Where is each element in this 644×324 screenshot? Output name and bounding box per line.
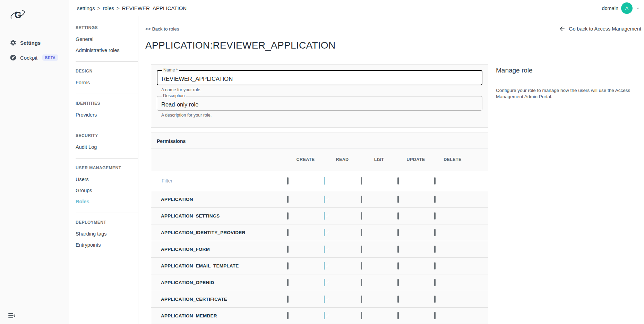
checkbox-application-member-create[interactable] (287, 312, 289, 319)
checkbox-application-email-template-delete[interactable] (434, 262, 436, 270)
checkbox-application-email-template-list[interactable] (361, 262, 362, 270)
go-back-access-management-link[interactable]: Go back to Access Management (559, 25, 641, 32)
sidebar-item-administrative-roles[interactable]: Administrative roles (69, 45, 138, 56)
table-row-application-certificate: APPLICATION_CERTIFICATE (151, 291, 488, 307)
section-title-user-management: USER MANAGEMENT (69, 164, 138, 174)
compass-icon (10, 54, 17, 61)
checkbox-application-email-template-read[interactable] (324, 262, 325, 270)
table-row-application-member: APPLICATION_MEMBER (151, 307, 488, 324)
checkbox-application-identity-provider-update[interactable] (397, 229, 399, 236)
checkbox-application-identity-provider-read[interactable] (324, 229, 325, 236)
checkbox-application-identity-provider-delete[interactable] (434, 229, 436, 236)
checkbox-application-settings-update[interactable] (397, 212, 399, 220)
sidebar-item-cockpit[interactable]: Cockpit BETA (0, 51, 69, 64)
checkbox-application-update[interactable] (397, 196, 399, 203)
checkbox-application-openid-update[interactable] (397, 279, 399, 286)
checkbox-filter-delete[interactable] (434, 177, 436, 185)
section-divider (76, 94, 138, 94)
avatar[interactable]: A (621, 2, 633, 14)
checkbox-application-form-update[interactable] (397, 246, 399, 253)
checkbox-application-delete[interactable] (434, 196, 436, 203)
checkbox-application-identity-provider-list[interactable] (361, 229, 362, 236)
checkbox-application-settings-list[interactable] (361, 212, 362, 220)
sidebar-item-general[interactable]: General (69, 34, 138, 45)
column-header-list: LIST (361, 157, 397, 162)
checkbox-application-settings-read[interactable] (324, 212, 325, 220)
sidebar-item-entrypoints[interactable]: Entrypoints (69, 239, 138, 250)
topbar-right: domain A (602, 2, 641, 14)
checkbox-application-read[interactable] (324, 196, 325, 203)
panel-divider (496, 79, 641, 79)
filter-input[interactable] (161, 177, 286, 185)
breadcrumb-current: REVIEWER_APPLICATION (122, 5, 187, 11)
checkbox-application-member-list[interactable] (361, 312, 362, 319)
checkbox-filter-update[interactable] (397, 177, 399, 185)
body-row: SETTINGSGeneralAdministrative rolesDESIG… (69, 16, 644, 324)
checkbox-application-openid-list[interactable] (361, 279, 362, 286)
row-label-application-identity-provider: APPLICATION_IDENTITY_PROVIDER (151, 230, 287, 235)
checkbox-application-openid-delete[interactable] (434, 279, 436, 286)
table-row-application-form: APPLICATION_FORM (151, 241, 488, 257)
checkbox-filter-list[interactable] (361, 177, 362, 185)
checkbox-application-settings-delete[interactable] (434, 212, 436, 220)
page-title: APPLICATION:REVIEWER_APPLICATION (145, 40, 644, 51)
row-label-application-form: APPLICATION_FORM (151, 247, 287, 252)
secondary-sidebar: SETTINGSGeneralAdministrative rolesDESIG… (69, 16, 138, 324)
checkbox-application-openid-create[interactable] (287, 279, 289, 286)
section-divider (76, 213, 138, 213)
sidebar-item-sharding-tags[interactable]: Sharding tags (69, 228, 138, 239)
checkbox-application-certificate-list[interactable] (361, 296, 362, 303)
checkbox-application-email-template-create[interactable] (287, 262, 289, 270)
breadcrumb-roles[interactable]: roles (103, 5, 114, 11)
table-row-application-email-template: APPLICATION_EMAIL_TEMPLATE (151, 257, 488, 274)
topbar: settings > roles > REVIEWER_APPLICATION … (69, 0, 644, 16)
table-row-application: APPLICATION (151, 191, 488, 207)
table-row-application-settings: APPLICATION_SETTINGS (151, 207, 488, 224)
checkbox-application-settings-create[interactable] (287, 212, 289, 220)
checkbox-application-member-delete[interactable] (434, 312, 436, 319)
checkbox-filter-read[interactable] (324, 177, 325, 185)
content-header: << Back to roles Go back to Access Manag… (145, 16, 644, 32)
checkbox-application-email-template-update[interactable] (397, 262, 399, 270)
sidebar-item-audit-log[interactable]: Audit Log (69, 142, 138, 153)
chevron-down-icon[interactable] (635, 6, 641, 11)
breadcrumb-separator: > (97, 5, 101, 11)
primary-nav: Settings Cockpit BETA (0, 36, 69, 64)
checkbox-filter-create[interactable] (287, 177, 289, 185)
checkbox-application-certificate-update[interactable] (397, 296, 399, 303)
checkbox-application-identity-provider-create[interactable] (287, 229, 289, 236)
checkbox-application-form-read[interactable] (324, 246, 325, 253)
domain-label: domain (602, 6, 618, 11)
name-input[interactable] (157, 71, 482, 85)
checkbox-application-certificate-create[interactable] (287, 296, 289, 303)
sidebar-item-users[interactable]: Users (69, 174, 138, 185)
column-header-create: CREATE (287, 157, 324, 162)
breadcrumb-settings[interactable]: settings (77, 5, 95, 11)
back-to-roles-link[interactable]: << Back to roles (145, 26, 179, 32)
collapse-sidebar-icon[interactable] (8, 312, 16, 320)
description-field: Description (157, 96, 482, 111)
permissions-card: Permissions CREATEREADLISTUPDATEDELETEAP… (151, 133, 488, 324)
sidebar-item-groups[interactable]: Groups (69, 185, 138, 196)
checkbox-application-member-read[interactable] (324, 312, 325, 319)
gravitee-logo[interactable]: G (9, 8, 69, 24)
checkbox-application-openid-read[interactable] (324, 279, 325, 286)
sidebar-item-settings[interactable]: Settings (0, 36, 69, 49)
sidebar-item-forms[interactable]: Forms (69, 77, 138, 88)
sidebar-item-roles[interactable]: Roles (69, 196, 138, 207)
sidebar-item-providers[interactable]: Providers (69, 109, 138, 120)
row-label-application-openid: APPLICATION_OPENID (151, 280, 287, 285)
main-column: settings > roles > REVIEWER_APPLICATION … (69, 0, 644, 324)
description-input[interactable] (157, 96, 482, 110)
checkbox-application-form-create[interactable] (287, 246, 289, 253)
section-title-settings: SETTINGS (69, 24, 138, 34)
checkbox-application-list[interactable] (361, 196, 362, 203)
checkbox-application-form-delete[interactable] (434, 246, 436, 253)
checkbox-application-member-update[interactable] (397, 312, 399, 319)
name-hint: A name for your role. (161, 87, 482, 92)
checkbox-application-form-list[interactable] (361, 246, 362, 253)
checkbox-application-create[interactable] (287, 196, 289, 203)
table-row-application-identity-provider: APPLICATION_IDENTITY_PROVIDER (151, 224, 488, 241)
checkbox-application-certificate-delete[interactable] (434, 296, 436, 303)
checkbox-application-certificate-read[interactable] (324, 296, 325, 303)
